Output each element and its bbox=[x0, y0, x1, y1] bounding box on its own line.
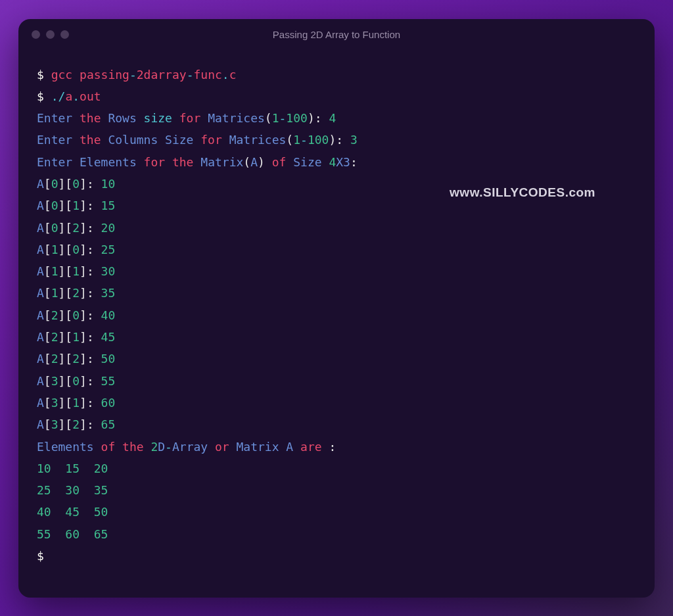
terminal-line: Enter the Columns Size for Matrices(1-10… bbox=[37, 129, 636, 151]
array-entry: A[3][0]: 55 bbox=[37, 370, 636, 392]
terminal-line: Enter the Rows size for Matrices(1-100):… bbox=[37, 107, 636, 129]
array-entry: A[0][2]: 20 bbox=[37, 217, 636, 239]
window-title: Passing 2D Array to Function bbox=[18, 29, 655, 40]
array-entry: A[1][0]: 25 bbox=[37, 239, 636, 260]
terminal-body[interactable]: www.SILLYCODES.com $ gcc passing-2darray… bbox=[18, 51, 655, 598]
array-entries: A[0][0]: 10A[0][1]: 15A[0][2]: 20A[1][0]… bbox=[37, 173, 636, 436]
array-entry: A[2][0]: 40 bbox=[37, 304, 636, 326]
matrix-row: 25 30 35 bbox=[37, 479, 636, 501]
terminal-line: Enter Elements for the Matrix(A) of Size… bbox=[37, 151, 636, 173]
matrix-row: 55 60 65 bbox=[37, 523, 636, 545]
array-entry: A[1][1]: 30 bbox=[37, 260, 636, 282]
matrix-row: 40 45 50 bbox=[37, 501, 636, 523]
array-entry: A[3][2]: 65 bbox=[37, 414, 636, 435]
array-entry: A[2][2]: 50 bbox=[37, 348, 636, 369]
minimize-icon[interactable] bbox=[46, 30, 55, 39]
terminal-window: Passing 2D Array to Function www.SILLYCO… bbox=[18, 19, 655, 598]
array-entry: A[2][1]: 45 bbox=[37, 326, 636, 348]
terminal-line: $ gcc passing-2darray-func.c bbox=[37, 64, 636, 85]
matrix-output: 10 15 2025 30 3540 45 5055 60 65 bbox=[37, 458, 636, 545]
maximize-icon[interactable] bbox=[60, 30, 69, 39]
terminal-prompt[interactable]: $ bbox=[37, 545, 636, 567]
matrix-row: 10 15 20 bbox=[37, 458, 636, 479]
terminal-line: Elements of the 2D-Array or Matrix A are… bbox=[37, 436, 636, 458]
titlebar: Passing 2D Array to Function bbox=[18, 19, 655, 51]
array-entry: A[1][2]: 35 bbox=[37, 282, 636, 304]
terminal-line: $ ./a.out bbox=[37, 85, 636, 107]
array-entry: A[3][1]: 60 bbox=[37, 392, 636, 414]
traffic-lights bbox=[18, 30, 69, 39]
watermark: www.SILLYCODES.com bbox=[450, 181, 595, 204]
close-icon[interactable] bbox=[32, 30, 40, 39]
